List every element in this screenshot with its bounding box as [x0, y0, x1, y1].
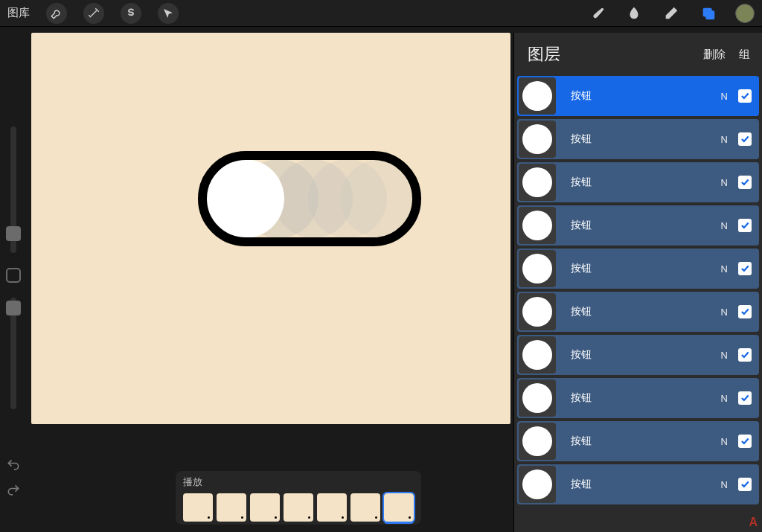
layer-name: 按钮 [571, 305, 721, 318]
layer-visibility-checkbox[interactable] [738, 132, 752, 146]
layer-row[interactable]: 按钮N [517, 119, 759, 159]
toggle-outline-shape [198, 151, 421, 246]
brush-size-handle[interactable] [6, 226, 21, 241]
layer-name: 按钮 [571, 132, 721, 146]
layer-name: 按钮 [571, 262, 721, 275]
layer-name: 按钮 [571, 89, 721, 103]
timeline-frame[interactable] [384, 493, 414, 522]
layer-visibility-checkbox[interactable] [738, 219, 752, 232]
layer-row[interactable]: 按钮N [517, 249, 759, 289]
cursor-icon[interactable] [158, 3, 179, 24]
layer-thumbnail [519, 77, 556, 115]
s-icon[interactable] [121, 3, 141, 24]
smudge-icon[interactable] [624, 3, 644, 24]
layers-icon[interactable] [698, 3, 719, 24]
color-swatch[interactable] [735, 4, 755, 23]
layer-blend-mode[interactable]: N [721, 177, 728, 188]
layers-panel-title: 图层 [528, 43, 560, 65]
layer-blend-mode[interactable]: N [721, 307, 728, 318]
eraser-icon[interactable] [661, 3, 682, 24]
layer-name: 按钮 [571, 176, 721, 189]
layer-row[interactable]: 按钮N [517, 421, 759, 461]
layers-group-button[interactable]: 组 [739, 48, 750, 62]
brush-opacity-slider[interactable] [10, 298, 16, 409]
gallery-button[interactable]: 图库 [7, 6, 30, 20]
brush-icon[interactable] [586, 3, 607, 24]
timeline-frames-row [183, 493, 414, 522]
wrench-icon[interactable] [46, 3, 67, 24]
layers-panel: 图层 删除 组 按钮N按钮N按钮N按钮N按钮N按钮N按钮N按钮N按钮N按钮N [513, 33, 762, 532]
undo-icon[interactable] [6, 458, 21, 472]
layer-blend-mode[interactable]: N [721, 91, 728, 102]
layer-name: 按钮 [571, 435, 721, 448]
layer-blend-mode[interactable]: N [721, 220, 728, 231]
layer-thumbnail [519, 250, 556, 287]
layer-blend-mode[interactable]: N [721, 436, 728, 447]
layer-blend-mode[interactable]: N [721, 134, 728, 145]
layer-thumbnail [519, 293, 556, 330]
modifier-button[interactable] [6, 268, 21, 283]
timeline-frame[interactable] [284, 493, 313, 522]
brush-opacity-handle[interactable] [6, 301, 21, 315]
layer-name: 按钮 [571, 348, 721, 362]
layer-thumbnail [519, 207, 556, 244]
layer-row[interactable]: 按钮N [517, 292, 759, 332]
layer-row[interactable]: 按钮N [517, 205, 759, 246]
brush-size-slider[interactable] [10, 126, 16, 253]
layer-blend-mode[interactable]: N [721, 393, 728, 404]
redo-icon[interactable] [6, 483, 21, 498]
wand-icon[interactable] [83, 3, 104, 24]
layer-visibility-checkbox[interactable] [738, 305, 752, 318]
layer-visibility-checkbox[interactable] [738, 478, 752, 491]
timeline-frame[interactable] [250, 493, 280, 522]
layer-name: 按钮 [571, 478, 721, 491]
layer-row[interactable]: 按钮N [517, 378, 759, 418]
layer-blend-mode[interactable]: N [721, 263, 728, 275]
layers-delete-button[interactable]: 删除 [703, 48, 726, 62]
canvas[interactable] [31, 33, 510, 424]
svg-rect-1 [705, 10, 714, 19]
layer-blend-mode[interactable]: N [721, 479, 728, 490]
layer-row[interactable]: 按钮N [517, 335, 759, 375]
watermark: A [749, 516, 758, 529]
layer-visibility-checkbox[interactable] [738, 435, 752, 448]
layer-thumbnail [519, 379, 556, 417]
timeline-frame[interactable] [217, 493, 246, 522]
layer-visibility-checkbox[interactable] [738, 391, 752, 405]
animation-timeline: 播放 [176, 471, 421, 525]
layer-thumbnail [519, 466, 556, 503]
timeline-frame[interactable] [183, 493, 213, 522]
timeline-frame[interactable] [317, 493, 347, 522]
layer-visibility-checkbox[interactable] [738, 262, 752, 275]
left-slider-bar [4, 126, 22, 476]
layer-visibility-checkbox[interactable] [738, 348, 752, 362]
layer-blend-mode[interactable]: N [721, 350, 728, 361]
timeline-title: 播放 [183, 475, 414, 489]
layer-thumbnail [519, 121, 556, 158]
layer-row[interactable]: 按钮N [517, 76, 759, 116]
layer-name: 按钮 [571, 219, 721, 232]
timeline-frame[interactable] [350, 493, 380, 522]
layer-row[interactable]: 按钮N [517, 464, 759, 504]
layer-row[interactable]: 按钮N [517, 162, 759, 202]
layer-thumbnail [519, 423, 556, 460]
layer-thumbnail [519, 336, 556, 374]
undo-redo-group [6, 458, 21, 498]
layer-visibility-checkbox[interactable] [738, 89, 752, 103]
layer-thumbnail [519, 164, 556, 201]
layer-visibility-checkbox[interactable] [738, 176, 752, 189]
top-toolbar: 图库 [0, 0, 762, 27]
layer-name: 按钮 [571, 391, 721, 405]
